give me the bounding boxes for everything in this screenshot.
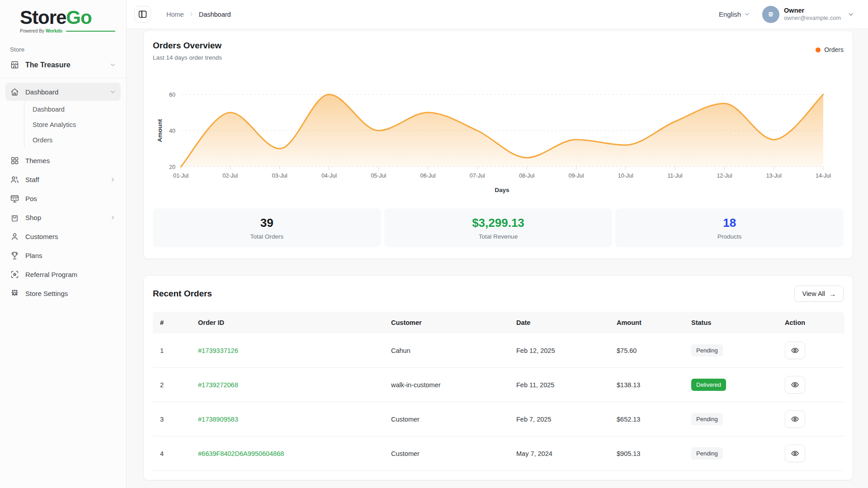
column-header-customer: Customer [384, 312, 509, 333]
svg-text:Days: Days [495, 187, 509, 193]
svg-text:05-Jul: 05-Jul [371, 173, 386, 179]
stat-label: Products [717, 233, 741, 240]
sidebar-item-shop[interactable]: Shop [5, 208, 121, 226]
sidebar-item-referral-program[interactable]: Referral Program [5, 265, 121, 283]
cell-order-id: #1739337126 [191, 333, 384, 368]
cell-date: Feb 7, 2025 [509, 402, 609, 436]
cell-amount: $75.60 [609, 333, 684, 368]
bag-icon [10, 213, 19, 222]
sidebar-toggle-button[interactable] [134, 6, 151, 23]
chevron-right-icon [189, 11, 194, 17]
sidebar-item-label: Referral Program [25, 271, 77, 278]
sidebar-item-plans[interactable]: Plans [5, 246, 121, 264]
user-menu-chevron[interactable] [847, 11, 854, 18]
logo-go-part: Go [66, 7, 91, 28]
table-head: #Order IDCustomerDateAmountStatusAction [153, 312, 844, 333]
eye-icon [791, 415, 799, 423]
chart-legend[interactable]: Orders [816, 46, 844, 53]
user-name: Owner [784, 6, 841, 14]
svg-text:01-Jul: 01-Jul [173, 173, 189, 179]
sidebar-item-customers[interactable]: Customers [5, 227, 121, 245]
user-icon [10, 232, 19, 241]
home-icon [10, 87, 19, 97]
stat-tile-products: 18Products [615, 208, 844, 247]
sidebar-item-label: Store Settings [25, 290, 68, 297]
language-dropdown[interactable]: English [719, 10, 750, 18]
order-id-link[interactable]: #1739272068 [198, 381, 238, 389]
orders-overview-title: Orders Overview [153, 41, 222, 51]
recent-orders-title: Recent Orders [153, 289, 212, 299]
eye-icon [791, 346, 799, 355]
svg-text:14-Jul: 14-Jul [816, 173, 831, 179]
avatar[interactable] [762, 6, 779, 23]
app-root: StoreGo Powered By Workdo Store The Trea… [0, 0, 868, 488]
logo-text: StoreGo [20, 7, 115, 28]
svg-text:08-Jul: 08-Jul [519, 173, 534, 179]
view-order-button[interactable] [785, 410, 805, 428]
cell-amount: $905.13 [609, 436, 684, 471]
svg-text:09-Jul: 09-Jul [568, 173, 584, 179]
arrow-right-icon: → [829, 291, 836, 297]
view-all-label: View All [802, 290, 825, 297]
sidebar-item-label: Pos [25, 195, 37, 202]
view-order-button[interactable] [785, 342, 805, 359]
store-section-label: Store [5, 42, 121, 54]
cell-action [778, 436, 844, 471]
orders-overview-subtitle: Last 14 days order trends [153, 54, 222, 61]
powered-by-line: Powered By Workdo [20, 28, 115, 33]
cell-order-id: #6639F8402D6A9950604868 [191, 436, 384, 471]
column-header-action: Action [778, 312, 844, 333]
monitor-icon [10, 194, 19, 203]
svg-text:04-Jul: 04-Jul [321, 173, 337, 179]
orders-overview-header: Orders Overview Last 14 days order trend… [153, 41, 844, 61]
cell-status: Pending [684, 402, 778, 436]
cell-action [778, 402, 844, 436]
cell-action [778, 368, 844, 402]
stats-row: 39Total Orders$3,299.13Total Revenue18Pr… [153, 208, 844, 247]
view-order-button[interactable] [785, 445, 805, 462]
user-email: owner@example.com [784, 14, 841, 22]
breadcrumb-current: Dashboard [199, 11, 231, 18]
cell-date: Feb 12, 2025 [509, 333, 609, 368]
cell-action [778, 333, 844, 368]
breadcrumb: Home Dashboard [166, 11, 231, 18]
view-order-button[interactable] [785, 376, 805, 394]
sidebar-item-themes[interactable]: Themes [5, 151, 121, 169]
svg-text:20: 20 [169, 164, 175, 170]
storego-logo[interactable]: StoreGo Powered By Workdo [0, 0, 126, 33]
store-selector[interactable]: The Treasure [5, 54, 121, 76]
topbar-right: English Owner owner@example.com [719, 6, 854, 23]
sidebar-item-label: Themes [25, 157, 50, 164]
sidebar-divider [0, 78, 126, 78]
cell-num: 1 [153, 333, 191, 368]
sidebar-item-dashboard[interactable]: Dashboard [5, 83, 121, 101]
sidebar-subitem-store-analytics[interactable]: Store Analytics [24, 117, 121, 132]
sidebar-item-staff[interactable]: Staff [5, 170, 121, 188]
trophy-icon [10, 251, 19, 260]
sidebar-item-pos[interactable]: Pos [5, 189, 121, 207]
chevron-down-icon [744, 11, 750, 18]
cell-amount: $138.13 [609, 368, 684, 402]
order-id-link[interactable]: #6639F8402D6A9950604868 [198, 450, 284, 457]
sidebar-subitem-orders[interactable]: Orders [24, 132, 121, 148]
cell-customer: Cahun [384, 333, 509, 368]
sidebar-item-store-settings[interactable]: Store Settings [5, 284, 121, 302]
stat-tile-total-orders: 39Total Orders [153, 208, 381, 247]
stat-label: Total Revenue [479, 233, 518, 240]
cell-amount: $652.13 [609, 402, 684, 436]
order-id-link[interactable]: #1739337126 [198, 347, 238, 354]
powered-brand-label: Workdo [46, 28, 62, 33]
order-id-link[interactable]: #1738909583 [198, 416, 238, 423]
chevron-right-icon [109, 176, 116, 183]
view-all-button[interactable]: View All → [794, 286, 844, 302]
sidebar-subitem-dashboard[interactable]: Dashboard [24, 102, 121, 117]
cell-customer: Customer [384, 436, 509, 471]
breadcrumb-home-link[interactable]: Home [166, 11, 184, 18]
cell-customer: Customer [384, 402, 509, 436]
svg-text:13-Jul: 13-Jul [766, 173, 782, 179]
chevron-down-icon [109, 89, 116, 95]
stat-tile-total-revenue: $3,299.13Total Revenue [384, 208, 613, 247]
content-area: Orders Overview Last 14 days order trend… [127, 29, 868, 488]
sidebar-item-label: Dashboard [25, 88, 58, 96]
cell-status: Pending [684, 333, 778, 368]
